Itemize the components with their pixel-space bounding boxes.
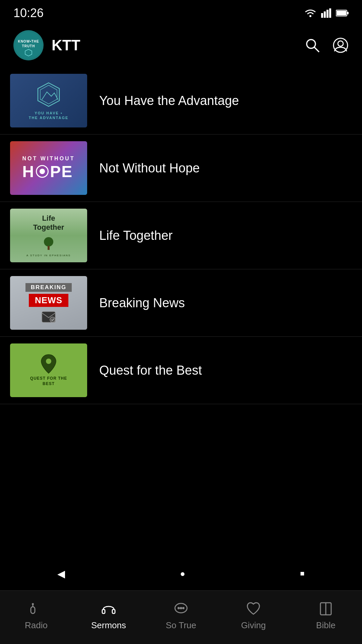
nav-item-sotrue[interactable]: So True [154, 596, 208, 635]
svg-rect-27 [112, 609, 115, 613]
sermon-thumbnail: NOT WITHOUT H PE [10, 141, 87, 195]
heart-icon [245, 601, 261, 617]
main-content: YOU HAVE •THE ADVANTAGE You Have the Adv… [0, 67, 362, 491]
android-home-button[interactable]: ● [180, 569, 185, 579]
battery-icon [336, 9, 349, 17]
nav-item-bible[interactable]: Bible [299, 596, 353, 635]
headphones-icon [101, 601, 117, 617]
profile-button[interactable] [333, 37, 349, 53]
nav-item-radio[interactable]: Radio [9, 596, 63, 635]
location-pin-icon [40, 354, 57, 374]
nav-item-giving[interactable]: Giving [227, 596, 280, 635]
sermon-title: You Have the Advantage [99, 94, 352, 108]
svg-point-30 [180, 607, 182, 609]
sermon-list: YOU HAVE •THE ADVANTAGE You Have the Adv… [0, 67, 362, 404]
header: KNOW•THE TRUTH KTT [0, 23, 362, 67]
hexagon-icon [35, 81, 62, 108]
sermon-item[interactable]: QUEST FOR THEBEST Quest for the Best [0, 337, 362, 404]
svg-point-12 [307, 40, 315, 48]
status-bar: 10:26 [0, 0, 362, 23]
sermon-item[interactable]: BREAKING NEWS Breaking News [0, 269, 362, 337]
svg-line-13 [314, 47, 319, 52]
nav-item-sermons[interactable]: Sermons [82, 596, 135, 635]
svg-rect-26 [102, 609, 105, 613]
svg-point-22 [46, 359, 51, 364]
app-logo[interactable]: KNOW•THE TRUTH [13, 30, 44, 60]
android-nav: ◀ ● ■ [0, 557, 362, 590]
bottom-nav: Radio Sermons So True Giving Bible [0, 590, 362, 644]
sermon-thumbnail: YOU HAVE •THE ADVANTAGE [10, 74, 87, 127]
profile-icon [333, 37, 349, 53]
svg-point-21 [50, 317, 55, 322]
sermon-item[interactable]: YOU HAVE •THE ADVANTAGE You Have the Adv… [0, 67, 362, 135]
scroll-icon [41, 311, 56, 323]
bible-icon [318, 601, 334, 617]
svg-point-0 [309, 15, 311, 17]
nav-label-radio: Radio [25, 620, 48, 631]
sermon-title: Life Together [99, 228, 352, 243]
svg-rect-1 [321, 13, 323, 18]
header-actions [304, 37, 349, 53]
signal-icon [321, 8, 331, 18]
status-time: 10:26 [13, 6, 44, 20]
search-icon [304, 37, 320, 53]
wifi-icon [304, 8, 316, 18]
app-title: KTT [52, 37, 304, 54]
tree-icon [40, 234, 57, 251]
svg-point-18 [44, 237, 53, 247]
svg-rect-3 [326, 10, 328, 18]
svg-text:TRUTH: TRUTH [22, 44, 35, 48]
sermon-thumbnail: LifeTogether A STUDY IN EPHESIANS [10, 209, 87, 262]
sermon-thumbnail: QUEST FOR THEBEST [10, 343, 87, 397]
nav-label-sotrue: So True [166, 620, 196, 631]
svg-text:KNOW•THE: KNOW•THE [18, 40, 39, 43]
android-back-button[interactable]: ◀ [57, 568, 65, 580]
svg-point-15 [338, 41, 343, 46]
radio-icon [28, 601, 44, 617]
sermon-title: Not Without Hope [99, 161, 352, 175]
sermon-title: Breaking News [99, 296, 352, 310]
sermon-title: Quest for the Best [99, 363, 352, 378]
chat-icon [173, 601, 189, 617]
search-button[interactable] [304, 37, 320, 53]
svg-point-25 [32, 603, 34, 605]
svg-point-31 [183, 607, 184, 609]
svg-rect-19 [48, 246, 50, 250]
svg-rect-2 [324, 11, 326, 18]
sermon-item[interactable]: NOT WITHOUT H PE Not Without Hope [0, 135, 362, 202]
android-recent-button[interactable]: ■ [300, 569, 304, 578]
svg-marker-17 [40, 85, 57, 104]
svg-rect-6 [337, 11, 346, 15]
nav-label-sermons: Sermons [91, 620, 126, 631]
nav-label-giving: Giving [241, 620, 266, 631]
logo-svg: KNOW•THE TRUTH [15, 32, 42, 59]
sermon-item[interactable]: LifeTogether A STUDY IN EPHESIANS Life T… [0, 202, 362, 269]
svg-rect-23 [31, 607, 35, 613]
nav-label-bible: Bible [316, 620, 336, 631]
svg-point-14 [334, 38, 348, 52]
svg-rect-7 [347, 12, 349, 14]
svg-rect-4 [329, 8, 331, 18]
sermon-thumbnail: BREAKING NEWS [10, 276, 87, 330]
svg-marker-16 [38, 83, 59, 106]
status-icons [304, 8, 349, 18]
svg-point-29 [178, 607, 179, 609]
